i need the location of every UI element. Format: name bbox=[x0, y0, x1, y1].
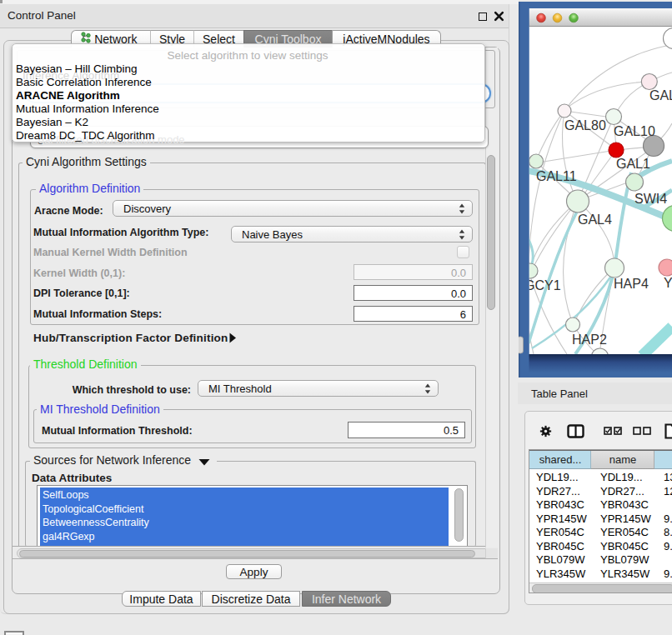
svg-text:Y: Y bbox=[664, 276, 672, 290]
svg-text:GAL11: GAL11 bbox=[536, 169, 577, 183]
svg-text:GAL10: GAL10 bbox=[614, 124, 655, 138]
svg-text:GAL80: GAL80 bbox=[564, 118, 606, 132]
svg-text:GAL7: GAL7 bbox=[649, 88, 672, 102]
svg-text:HAP4: HAP4 bbox=[614, 277, 649, 291]
svg-text:SWI4: SWI4 bbox=[634, 192, 667, 206]
svg-text:GCY1: GCY1 bbox=[524, 278, 561, 292]
svg-text:HAP2: HAP2 bbox=[572, 332, 607, 347]
svg-text:GAL4: GAL4 bbox=[578, 212, 612, 227]
svg-text:GAL1: GAL1 bbox=[616, 157, 650, 171]
